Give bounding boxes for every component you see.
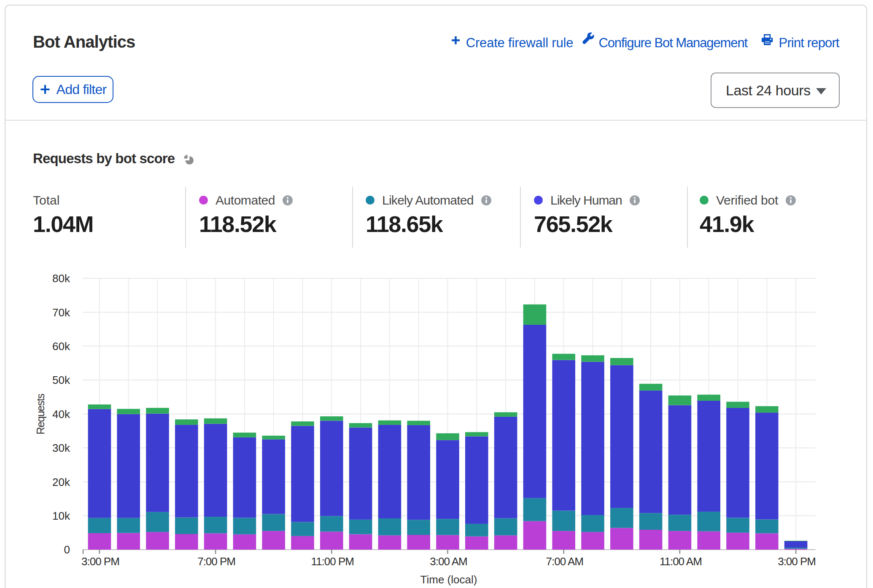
svg-text:80k: 80k [52,272,70,285]
svg-text:3:00 PM: 3:00 PM [778,555,816,568]
svg-text:30k: 30k [52,442,70,454]
svg-text:7:00 PM: 7:00 PM [197,555,235,568]
svg-text:0: 0 [64,543,70,556]
svg-text:40k: 40k [52,408,70,421]
svg-text:11:00 PM: 11:00 PM [311,555,354,568]
svg-text:10k: 10k [52,510,70,522]
svg-text:11:00 AM: 11:00 AM [660,555,702,568]
svg-text:Time (local): Time (local) [420,573,477,586]
svg-text:3:00 PM: 3:00 PM [81,555,119,568]
svg-text:3:00 AM: 3:00 AM [430,555,467,568]
svg-text:Requests: Requests [35,394,46,434]
svg-text:7:00 AM: 7:00 AM [546,555,583,568]
svg-text:60k: 60k [52,340,70,353]
svg-text:20k: 20k [52,476,70,488]
svg-text:70k: 70k [52,306,70,319]
svg-text:50k: 50k [52,374,70,386]
